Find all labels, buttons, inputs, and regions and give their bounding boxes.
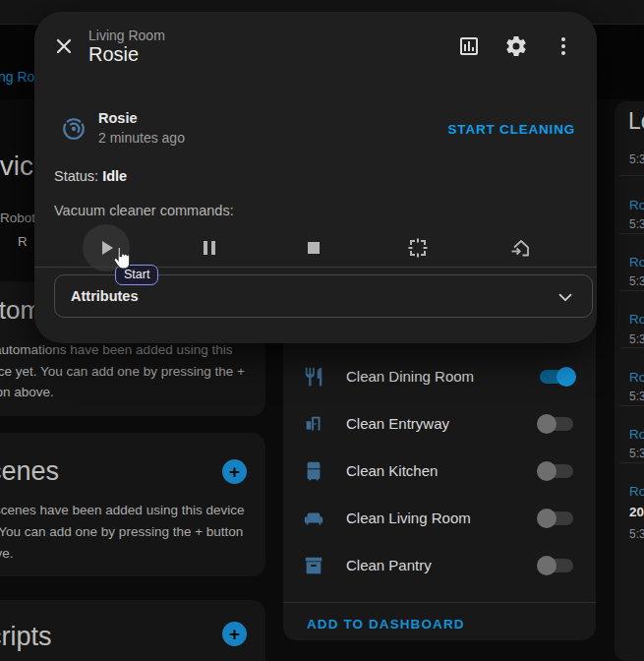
status-value: Idle bbox=[102, 168, 127, 184]
home-import-icon bbox=[509, 236, 533, 260]
dialog-title: Rosie bbox=[88, 43, 139, 66]
archive-icon bbox=[303, 555, 324, 576]
close-icon[interactable] bbox=[52, 34, 76, 58]
status-label: Status: bbox=[54, 168, 98, 184]
hand-cursor bbox=[108, 244, 134, 273]
logbook-entry-time: 5:3 bbox=[629, 217, 644, 231]
silverware-icon bbox=[303, 366, 324, 388]
entity-row-living: Clean Living Room bbox=[283, 495, 596, 542]
entity-label: Clean Kitchen bbox=[346, 462, 438, 479]
entity-row-dining: Clean Dining Room bbox=[283, 353, 596, 400]
logbook-entry-link[interactable]: Rosie bbox=[629, 370, 644, 385]
logbook-divider bbox=[620, 290, 644, 291]
device-model-text: Robot bbox=[0, 210, 35, 225]
logbook-divider bbox=[620, 462, 644, 463]
attributes-label: Attributes bbox=[71, 288, 138, 304]
entity-row-kitchen: Clean Kitchen bbox=[283, 448, 596, 495]
entity-label: Clean Living Room bbox=[346, 510, 471, 526]
entity-toggle[interactable] bbox=[540, 559, 573, 572]
stop-button[interactable] bbox=[290, 224, 337, 271]
stop-icon bbox=[302, 236, 325, 260]
entity-toggle[interactable] bbox=[540, 464, 573, 478]
dots-vertical-icon[interactable] bbox=[552, 34, 575, 58]
locate-icon bbox=[406, 236, 430, 260]
logbook-entry-link[interactable]: Rosie bbox=[629, 255, 644, 270]
history-chart-icon[interactable] bbox=[457, 34, 481, 58]
entity-row-pantry: Clean Pantry bbox=[283, 542, 596, 589]
logbook-divider bbox=[620, 347, 644, 348]
screen: Living Room Device info Robot R Automati… bbox=[0, 0, 644, 661]
logbook-entry-link[interactable]: Rosie bbox=[629, 427, 644, 442]
entity-toggle[interactable] bbox=[540, 370, 573, 384]
pause-button[interactable] bbox=[186, 224, 233, 271]
logbook-entry-link[interactable]: Rosie bbox=[629, 312, 644, 327]
locate-button[interactable] bbox=[394, 224, 441, 271]
add-script-button[interactable]: + bbox=[222, 622, 247, 646]
start-cleaning-button[interactable]: START CLEANING bbox=[448, 122, 575, 137]
entity-label: Clean Dining Room bbox=[346, 368, 474, 385]
logbook-entry-time: 5:3 bbox=[629, 390, 644, 403]
logbook-entry-link[interactable]: Rosie bbox=[629, 484, 644, 499]
logbook-entry-time: 5:3 bbox=[629, 274, 644, 288]
logbook-entry-time: 5:3 bbox=[629, 527, 644, 541]
device-info-extra-text: R bbox=[18, 234, 28, 249]
add-to-dashboard-button[interactable]: ADD TO DASHBOARD bbox=[307, 617, 465, 631]
logbook-divider bbox=[620, 233, 644, 234]
pause-icon bbox=[198, 236, 221, 260]
scenes-card-title: Scenes bbox=[0, 456, 59, 487]
chevron-down-icon bbox=[555, 286, 576, 308]
entity-label: Clean Pantry bbox=[346, 557, 432, 573]
logbook-entry-state: 20 bbox=[629, 505, 644, 519]
gear-icon[interactable] bbox=[504, 34, 528, 58]
logbook-divider bbox=[620, 175, 644, 176]
entity-label: Clean Entryway bbox=[346, 415, 449, 432]
status-line: Status: Idle bbox=[54, 168, 127, 184]
entity-name: Rosie bbox=[98, 110, 138, 126]
sofa-icon bbox=[303, 508, 324, 529]
scenes-card-body: No scenes have been added using this dev… bbox=[0, 500, 244, 565]
add-scene-button[interactable]: + bbox=[222, 459, 247, 484]
logbook-title: Logbook bbox=[628, 108, 644, 135]
dialog-area-subtitle: Living Room bbox=[88, 28, 165, 43]
entities-card: Clean Dining Room Clean Entryway Clean K… bbox=[283, 293, 596, 640]
entity-last-changed: 2 minutes ago bbox=[98, 130, 185, 146]
robot-vacuum-icon bbox=[61, 116, 87, 142]
return-to-base-icon-button[interactable] bbox=[498, 224, 545, 271]
automations-card-body: No automations have been added using thi… bbox=[0, 339, 245, 403]
logbook-entry-link[interactable]: Rosie bbox=[629, 198, 644, 212]
logbook-divider bbox=[620, 405, 644, 406]
logbook-entry-time: 5:3 bbox=[629, 152, 644, 166]
scripts-card-title: Scripts bbox=[0, 622, 52, 652]
door-icon bbox=[303, 413, 324, 435]
more-info-dialog: Living Room Rosie Rosie 2 minutes ago ST… bbox=[34, 12, 597, 343]
logbook-entry-time: 5:3 bbox=[629, 447, 644, 460]
entity-toggle[interactable] bbox=[540, 417, 573, 431]
entities-card-divider bbox=[283, 602, 596, 603]
commands-label: Vacuum cleaner commands: bbox=[54, 203, 234, 218]
entity-toggle[interactable] bbox=[540, 511, 573, 525]
entity-row-entryway: Clean Entryway bbox=[283, 400, 596, 448]
logbook-entry-time: 5:3 bbox=[629, 332, 644, 346]
fridge-icon bbox=[303, 460, 324, 482]
